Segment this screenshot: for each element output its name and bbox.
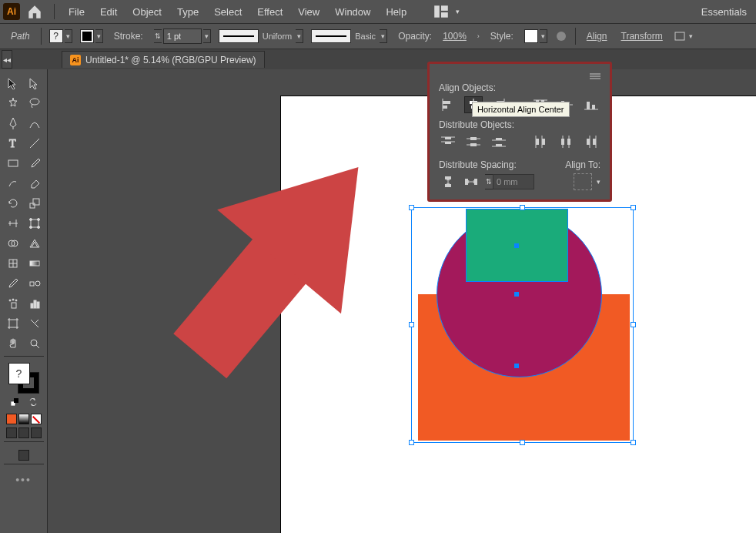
curvature-tool[interactable] [25,114,45,132]
horizontal-distribute-space-button[interactable] [462,173,480,190]
workspace-switcher[interactable]: Essentials [695,6,753,18]
app-logo-ai-icon[interactable]: Ai [3,3,20,20]
arrange-documents-icon[interactable] [433,3,450,20]
menu-help[interactable]: Help [380,3,413,21]
menu-edit[interactable]: Edit [94,3,123,21]
artboard-tool[interactable] [3,314,23,333]
variable-width-profile[interactable]: Uniform ▾ [219,29,304,43]
home-icon[interactable] [26,3,43,20]
line-segment-tool[interactable] [25,134,45,153]
edit-toolbar-icon[interactable]: ••• [15,474,32,486]
vertical-distribute-center-button[interactable] [464,133,482,150]
blend-tool[interactable] [25,274,45,293]
menu-file[interactable]: File [62,3,91,21]
symbol-sprayer-tool[interactable] [3,294,23,313]
hand-tool[interactable] [3,334,23,353]
rectangle-tool[interactable] [3,154,23,173]
eyedropper-tool[interactable] [3,274,23,293]
collapse-panels-icon[interactable]: ◂◂ [2,50,12,69]
anchor-point[interactable] [514,243,519,248]
svg-rect-82 [593,139,596,145]
fill-stroke-indicator[interactable]: ? [8,363,39,394]
lasso-tool[interactable] [25,94,45,112]
paintbrush-tool[interactable] [25,154,45,173]
color-mode-swatches[interactable] [6,414,42,424]
selection-bounding-box[interactable] [411,207,634,443]
resize-handle-top-center[interactable] [520,205,525,210]
gradient-tool[interactable] [25,254,45,273]
gradient-fill-icon[interactable] [18,414,29,424]
anchor-point[interactable] [514,364,519,368]
draw-behind-icon[interactable] [18,427,29,438]
vertical-distribute-space-button[interactable] [439,173,457,190]
default-fill-stroke-icon[interactable] [11,395,18,409]
selection-tool[interactable] [3,74,23,92]
perspective-grid-tool[interactable] [25,234,45,253]
horizontal-distribute-right-button[interactable] [583,133,600,150]
scale-tool[interactable] [25,194,45,213]
mesh-tool[interactable] [3,254,23,273]
svg-rect-77 [561,139,564,145]
draw-normal-icon[interactable] [6,427,17,438]
shape-builder-tool[interactable] [3,234,23,253]
fill-swatch[interactable]: ? [8,363,30,384]
tab-untitled-1[interactable]: Ai Untitled-1* @ 5.14% (RGB/GPU Preview) [62,51,265,68]
resize-handle-bottom-left[interactable] [409,440,414,445]
transform-link[interactable]: Transform [618,31,666,42]
resize-handle-bottom-right[interactable] [631,440,636,445]
panel-menu-icon[interactable] [590,72,600,79]
align-link[interactable]: Align [584,31,610,42]
horizontal-distribute-center-button[interactable] [557,133,574,150]
resize-handle-left-center[interactable] [409,322,414,327]
rotate-tool[interactable] [3,194,23,213]
resize-handle-right-center[interactable] [631,322,636,327]
width-tool[interactable] [3,214,23,233]
free-transform-tool[interactable] [25,214,45,233]
draw-mode-icons[interactable] [6,427,42,438]
slice-tool[interactable] [25,314,45,333]
shaper-tool[interactable] [3,174,23,193]
zoom-tool[interactable] [25,334,45,353]
vertical-distribute-bottom-button[interactable] [490,133,508,150]
chevron-down-icon[interactable]: ▾ [456,8,460,15]
resize-handle-bottom-center[interactable] [520,440,525,445]
stroke-weight-input[interactable] [163,28,202,44]
menu-view[interactable]: View [292,3,326,21]
resize-handle-top-left[interactable] [409,205,414,210]
recolor-artwork-icon[interactable] [555,30,567,42]
horizontal-align-left-button[interactable] [439,96,457,113]
type-tool[interactable]: T [3,134,23,153]
color-fill-icon[interactable] [6,414,17,424]
draw-inside-icon[interactable] [31,427,42,438]
swap-fill-stroke-icon[interactable] [29,395,37,409]
graphic-style-control[interactable]: ▾ [524,29,547,43]
menu-type[interactable]: Type [171,3,205,21]
pen-tool[interactable] [3,114,23,132]
opacity-control[interactable]: 100% › [443,31,480,42]
vertical-align-bottom-button[interactable] [583,96,600,113]
horizontal-distribute-left-button[interactable] [531,133,549,150]
brush-definition[interactable]: Basic ▾ [311,29,387,43]
magic-wand-tool[interactable] [3,94,23,112]
none-fill-icon[interactable] [31,414,42,424]
chevron-down-icon[interactable]: ▾ [597,178,600,186]
canvas[interactable]: Align Objects: Horizontal Align Center D… [48,69,756,533]
fill-color-control[interactable]: ? ▾ [49,29,72,43]
menu-object[interactable]: Object [126,3,168,21]
vertical-distribute-top-button[interactable] [439,133,457,150]
screen-mode-icons[interactable] [18,450,29,461]
align-to-selector[interactable] [574,173,592,190]
stroke-weight-stepper[interactable]: ⇅ ▾ [154,28,211,44]
menu-window[interactable]: Window [329,3,376,21]
direct-selection-tool[interactable] [25,74,45,92]
menu-select[interactable]: Select [208,3,248,21]
column-graph-tool[interactable] [25,294,45,313]
distribute-spacing-input[interactable] [493,174,534,189]
stroke-color-control[interactable]: ▾ [80,29,103,43]
resize-handle-top-right[interactable] [631,205,636,210]
screen-mode-icon[interactable] [18,450,29,461]
isolate-control-icon[interactable]: ▾ [674,29,695,43]
menu-effect[interactable]: Effect [251,3,289,21]
eraser-tool[interactable] [25,174,45,193]
anchor-point[interactable] [514,292,519,297]
